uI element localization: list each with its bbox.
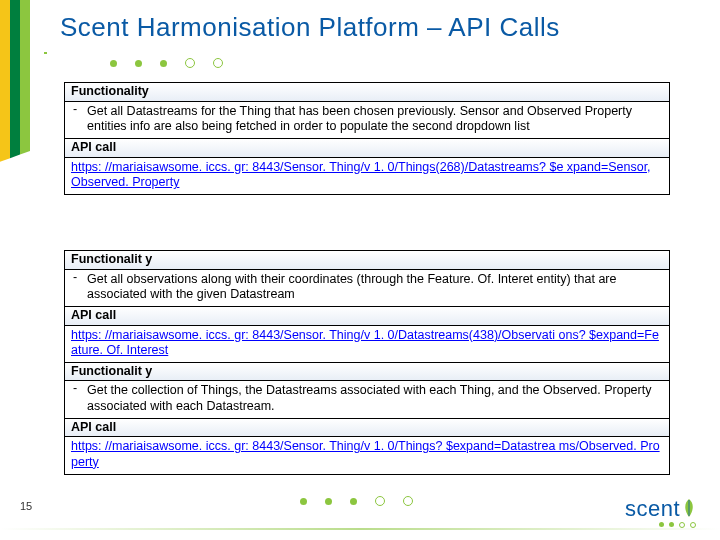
decor-dots-top <box>110 58 223 68</box>
leaf-icon <box>682 498 696 518</box>
functionality-header: Functionalit y <box>65 363 669 382</box>
left-accent-decor <box>0 0 40 173</box>
logo-dots <box>625 522 696 528</box>
functionality-header: Functionality <box>65 83 669 102</box>
dot-icon <box>110 60 117 67</box>
functionality-text: Get the collection of Things, the Datast… <box>65 381 669 418</box>
circle-icon <box>375 496 385 506</box>
page-title: Scent Harmonisation Platform – API Calls <box>60 12 560 43</box>
functionality-header: Functionalit y <box>65 251 669 270</box>
decor-dots-bottom <box>300 496 413 506</box>
api-link[interactable]: https: //mariaisawsome. iccs. gr: 8443/S… <box>71 160 651 190</box>
page-number: 15 <box>20 500 32 512</box>
api-card-2: Functionalit y Get all observations alon… <box>64 250 670 475</box>
circle-icon <box>403 496 413 506</box>
circle-icon <box>213 58 223 68</box>
dot-icon <box>300 498 307 505</box>
api-call-header: API call <box>65 307 669 326</box>
api-call-header: API call <box>65 139 669 158</box>
api-call-header: API call <box>65 419 669 438</box>
footer-line <box>0 528 720 530</box>
dot-icon <box>135 60 142 67</box>
api-call-url: https: //mariaisawsome. iccs. gr: 8443/S… <box>65 326 669 363</box>
title-underline <box>44 52 720 54</box>
scent-logo: scent <box>625 498 696 528</box>
functionality-text: Get all Datastreams for the Thing that h… <box>65 102 669 139</box>
api-call-url: https: //mariaisawsome. iccs. gr: 8443/S… <box>65 158 669 194</box>
api-link[interactable]: https: //mariaisawsome. iccs. gr: 8443/S… <box>71 439 660 469</box>
api-card-1: Functionality Get all Datastreams for th… <box>64 82 670 195</box>
logo-text: scent <box>625 496 680 521</box>
slide: Scent Harmonisation Platform – API Calls… <box>0 0 720 540</box>
dot-icon <box>160 60 167 67</box>
api-call-url: https: //mariaisawsome. iccs. gr: 8443/S… <box>65 437 669 473</box>
dot-icon <box>325 498 332 505</box>
dot-icon <box>350 498 357 505</box>
functionality-text: Get all observations along with their co… <box>65 270 669 307</box>
api-link[interactable]: https: //mariaisawsome. iccs. gr: 8443/S… <box>71 328 659 358</box>
circle-icon <box>185 58 195 68</box>
